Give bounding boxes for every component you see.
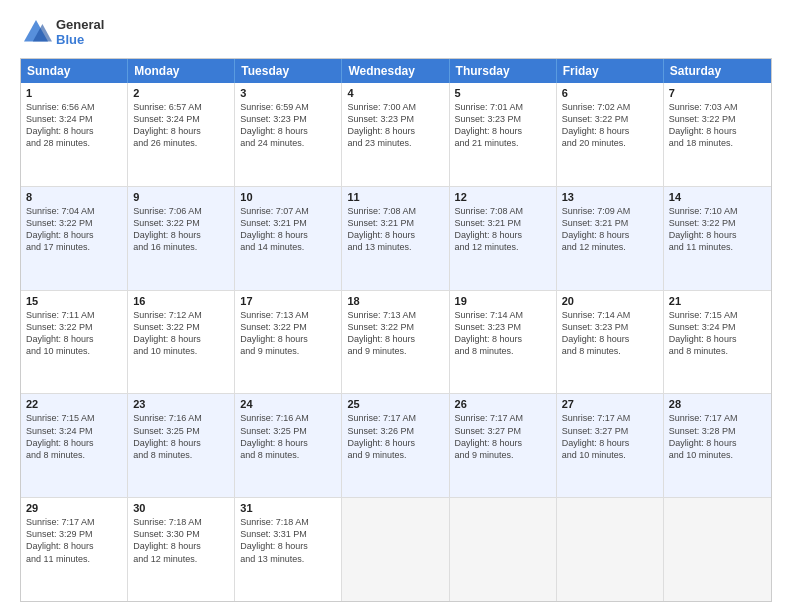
- cell-line: Sunrise: 7:18 AM: [240, 516, 336, 528]
- day-cell-26: 26Sunrise: 7:17 AMSunset: 3:27 PMDayligh…: [450, 394, 557, 497]
- calendar-row-3: 15Sunrise: 7:11 AMSunset: 3:22 PMDayligh…: [21, 291, 771, 395]
- day-cell-27: 27Sunrise: 7:17 AMSunset: 3:27 PMDayligh…: [557, 394, 664, 497]
- cell-line: Sunset: 3:24 PM: [26, 113, 122, 125]
- cell-line: and 9 minutes.: [240, 345, 336, 357]
- day-cell-21: 21Sunrise: 7:15 AMSunset: 3:24 PMDayligh…: [664, 291, 771, 394]
- cell-line: Sunrise: 7:04 AM: [26, 205, 122, 217]
- cell-line: Sunrise: 7:17 AM: [562, 412, 658, 424]
- cell-line: Sunset: 3:28 PM: [669, 425, 766, 437]
- empty-cell: [664, 498, 771, 601]
- cell-line: and 20 minutes.: [562, 137, 658, 149]
- logo-text: General Blue: [56, 17, 104, 47]
- cell-line: Daylight: 8 hours: [669, 333, 766, 345]
- cell-line: Sunset: 3:22 PM: [133, 217, 229, 229]
- cell-line: Sunrise: 7:14 AM: [455, 309, 551, 321]
- day-cell-24: 24Sunrise: 7:16 AMSunset: 3:25 PMDayligh…: [235, 394, 342, 497]
- cell-line: Daylight: 8 hours: [26, 333, 122, 345]
- cell-line: Sunset: 3:25 PM: [133, 425, 229, 437]
- cell-line: Sunset: 3:21 PM: [240, 217, 336, 229]
- cell-line: Sunset: 3:23 PM: [455, 321, 551, 333]
- day-number: 11: [347, 191, 443, 203]
- cell-line: Daylight: 8 hours: [26, 229, 122, 241]
- cell-line: Sunrise: 7:08 AM: [347, 205, 443, 217]
- day-number: 8: [26, 191, 122, 203]
- cell-line: Sunset: 3:27 PM: [562, 425, 658, 437]
- header-day-thursday: Thursday: [450, 59, 557, 83]
- day-cell-4: 4Sunrise: 7:00 AMSunset: 3:23 PMDaylight…: [342, 83, 449, 186]
- day-number: 1: [26, 87, 122, 99]
- cell-line: Daylight: 8 hours: [455, 333, 551, 345]
- day-number: 26: [455, 398, 551, 410]
- cell-line: Daylight: 8 hours: [669, 125, 766, 137]
- cell-line: Sunset: 3:24 PM: [26, 425, 122, 437]
- day-cell-7: 7Sunrise: 7:03 AMSunset: 3:22 PMDaylight…: [664, 83, 771, 186]
- header-day-friday: Friday: [557, 59, 664, 83]
- day-cell-23: 23Sunrise: 7:16 AMSunset: 3:25 PMDayligh…: [128, 394, 235, 497]
- day-number: 23: [133, 398, 229, 410]
- cell-line: and 24 minutes.: [240, 137, 336, 149]
- cell-line: Daylight: 8 hours: [240, 437, 336, 449]
- cell-line: and 8 minutes.: [455, 345, 551, 357]
- cell-line: Daylight: 8 hours: [669, 437, 766, 449]
- day-number: 20: [562, 295, 658, 307]
- cell-line: Sunrise: 7:12 AM: [133, 309, 229, 321]
- day-cell-2: 2Sunrise: 6:57 AMSunset: 3:24 PMDaylight…: [128, 83, 235, 186]
- cell-line: Daylight: 8 hours: [347, 229, 443, 241]
- day-number: 9: [133, 191, 229, 203]
- cell-line: Sunrise: 7:00 AM: [347, 101, 443, 113]
- cell-line: Daylight: 8 hours: [240, 333, 336, 345]
- day-cell-17: 17Sunrise: 7:13 AMSunset: 3:22 PMDayligh…: [235, 291, 342, 394]
- cell-line: Sunset: 3:27 PM: [455, 425, 551, 437]
- cell-line: Sunrise: 7:01 AM: [455, 101, 551, 113]
- cell-line: Daylight: 8 hours: [562, 125, 658, 137]
- day-number: 31: [240, 502, 336, 514]
- logo: General Blue: [20, 16, 104, 48]
- cell-line: Sunset: 3:22 PM: [669, 113, 766, 125]
- header-day-wednesday: Wednesday: [342, 59, 449, 83]
- calendar: SundayMondayTuesdayWednesdayThursdayFrid…: [20, 58, 772, 602]
- cell-line: and 9 minutes.: [347, 449, 443, 461]
- day-number: 19: [455, 295, 551, 307]
- header-day-tuesday: Tuesday: [235, 59, 342, 83]
- cell-line: Sunset: 3:24 PM: [669, 321, 766, 333]
- cell-line: and 8 minutes.: [669, 345, 766, 357]
- cell-line: Sunset: 3:21 PM: [455, 217, 551, 229]
- cell-line: Sunset: 3:29 PM: [26, 528, 122, 540]
- day-number: 24: [240, 398, 336, 410]
- cell-line: Sunrise: 7:06 AM: [133, 205, 229, 217]
- calendar-row-4: 22Sunrise: 7:15 AMSunset: 3:24 PMDayligh…: [21, 394, 771, 498]
- cell-line: Daylight: 8 hours: [455, 229, 551, 241]
- empty-cell: [450, 498, 557, 601]
- cell-line: Sunset: 3:22 PM: [26, 217, 122, 229]
- day-cell-25: 25Sunrise: 7:17 AMSunset: 3:26 PMDayligh…: [342, 394, 449, 497]
- cell-line: Sunset: 3:23 PM: [347, 113, 443, 125]
- cell-line: Sunrise: 7:10 AM: [669, 205, 766, 217]
- cell-line: and 10 minutes.: [133, 345, 229, 357]
- cell-line: Sunset: 3:23 PM: [240, 113, 336, 125]
- cell-line: Sunrise: 7:15 AM: [669, 309, 766, 321]
- cell-line: Sunset: 3:22 PM: [26, 321, 122, 333]
- cell-line: and 11 minutes.: [669, 241, 766, 253]
- day-number: 30: [133, 502, 229, 514]
- day-number: 10: [240, 191, 336, 203]
- cell-line: Sunrise: 7:17 AM: [26, 516, 122, 528]
- cell-line: Daylight: 8 hours: [133, 540, 229, 552]
- cell-line: Sunrise: 7:14 AM: [562, 309, 658, 321]
- cell-line: Sunset: 3:24 PM: [133, 113, 229, 125]
- day-number: 5: [455, 87, 551, 99]
- cell-line: and 10 minutes.: [669, 449, 766, 461]
- cell-line: and 14 minutes.: [240, 241, 336, 253]
- cell-line: Daylight: 8 hours: [133, 333, 229, 345]
- cell-line: Sunrise: 7:07 AM: [240, 205, 336, 217]
- cell-line: Sunset: 3:23 PM: [562, 321, 658, 333]
- cell-line: Sunrise: 7:16 AM: [240, 412, 336, 424]
- cell-line: Daylight: 8 hours: [562, 229, 658, 241]
- day-number: 13: [562, 191, 658, 203]
- cell-line: and 21 minutes.: [455, 137, 551, 149]
- cell-line: Daylight: 8 hours: [347, 125, 443, 137]
- calendar-row-2: 8Sunrise: 7:04 AMSunset: 3:22 PMDaylight…: [21, 187, 771, 291]
- cell-line: Daylight: 8 hours: [669, 229, 766, 241]
- day-number: 28: [669, 398, 766, 410]
- day-number: 29: [26, 502, 122, 514]
- cell-line: Daylight: 8 hours: [455, 125, 551, 137]
